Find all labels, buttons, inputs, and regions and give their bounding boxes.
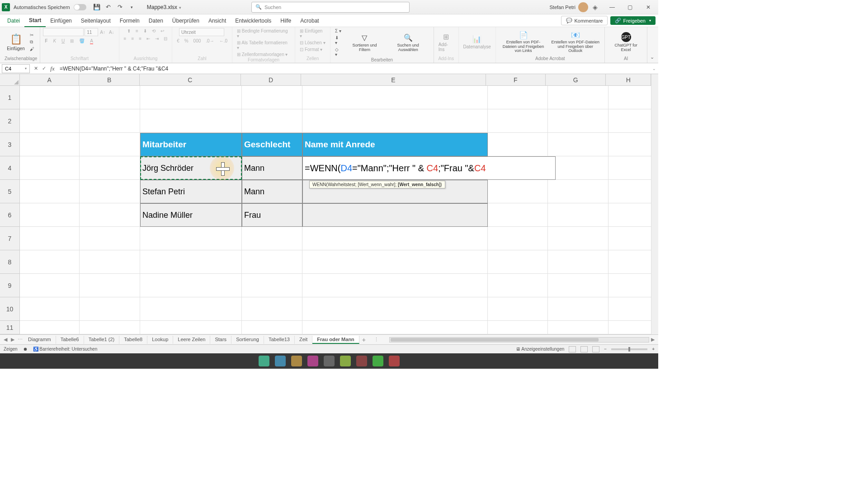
- cell-a1[interactable]: [20, 86, 80, 109]
- cell-f9[interactable]: [488, 274, 548, 297]
- cell-b9[interactable]: [80, 274, 140, 297]
- cell-f7[interactable]: [488, 227, 548, 250]
- cell-g10[interactable]: [548, 297, 609, 321]
- row-header-9[interactable]: 9: [0, 274, 20, 297]
- percent-icon[interactable]: %: [183, 38, 190, 44]
- sheet-tab-tabelle8[interactable]: Tabelle8: [119, 336, 147, 344]
- cell-b7[interactable]: [80, 227, 140, 250]
- row-header-10[interactable]: 10: [0, 297, 20, 321]
- format-cells-button[interactable]: ⊡ Format ▾: [298, 47, 324, 52]
- cell-d11[interactable]: [242, 321, 302, 334]
- sheet-nav-more-icon[interactable]: ⋯: [16, 337, 24, 343]
- format-as-table-button[interactable]: ⊞ Als Tabelle formatieren ▾: [235, 40, 292, 51]
- cell-a8[interactable]: [20, 250, 80, 274]
- row-header-4[interactable]: 4: [0, 156, 20, 180]
- align-right-icon[interactable]: ≡: [137, 36, 143, 42]
- cell-b8[interactable]: [80, 250, 140, 274]
- cell-d4[interactable]: Mann: [242, 156, 302, 180]
- sheet-tab-tabelle6[interactable]: Tabelle6: [56, 336, 84, 344]
- fill-icon[interactable]: ⬇ ▾: [333, 35, 344, 46]
- name-box[interactable]: C4▾: [2, 64, 30, 73]
- align-center-icon[interactable]: ≡: [129, 36, 136, 42]
- fill-color-icon[interactable]: 🪣: [77, 38, 86, 44]
- bold-icon[interactable]: F: [43, 38, 49, 44]
- cell-b2[interactable]: [80, 109, 140, 133]
- cell-a6[interactable]: [20, 203, 80, 227]
- conditional-formatting-button[interactable]: ⊞ Bedingte Formatierung ▾: [235, 28, 292, 39]
- autosum-icon[interactable]: Σ ▾: [333, 28, 344, 34]
- row-header-7[interactable]: 7: [0, 227, 20, 250]
- minimize-icon[interactable]: —: [604, 1, 620, 14]
- row-header-3[interactable]: 3: [0, 133, 20, 156]
- qat-more-icon[interactable]: ▾: [127, 2, 137, 12]
- cell-g9[interactable]: [548, 274, 609, 297]
- row-header-11[interactable]: 11: [0, 321, 20, 334]
- cell-d1[interactable]: [242, 86, 302, 109]
- tab-data[interactable]: Daten: [144, 14, 168, 27]
- pdf-share-outlook-button[interactable]: 📧Erstellen von PDF-Dateien und Freigeben…: [549, 30, 601, 55]
- cell-h8[interactable]: [609, 250, 654, 274]
- cell-e8[interactable]: [302, 250, 488, 274]
- header-name-anrede[interactable]: Name mit Anrede: [302, 133, 488, 156]
- cell-g5[interactable]: [548, 180, 609, 203]
- italic-icon[interactable]: K: [51, 38, 58, 44]
- cell-b3[interactable]: [80, 133, 140, 156]
- cell-g3[interactable]: [548, 133, 609, 156]
- find-select-button[interactable]: 🔍Suchen und Auswählen: [385, 33, 430, 53]
- tab-file[interactable]: Datei: [3, 14, 24, 27]
- cell-d10[interactable]: [242, 297, 302, 321]
- cell-f1[interactable]: [488, 86, 548, 109]
- redo-icon[interactable]: ↷: [115, 2, 125, 12]
- cell-e1[interactable]: [302, 86, 488, 109]
- cell-g6[interactable]: [548, 203, 609, 227]
- cancel-formula-icon[interactable]: ✕: [32, 66, 40, 71]
- cell-d7[interactable]: [242, 227, 302, 250]
- macro-record-icon[interactable]: ⏺: [23, 347, 28, 352]
- cell-e9[interactable]: [302, 274, 488, 297]
- cell-b5[interactable]: [80, 180, 140, 203]
- row-header-8[interactable]: 8: [0, 250, 20, 274]
- cell-b1[interactable]: [80, 86, 140, 109]
- cell-c8[interactable]: [140, 250, 242, 274]
- select-all-button[interactable]: [0, 74, 20, 86]
- copy-icon[interactable]: ⧉: [28, 39, 36, 45]
- cell-e2[interactable]: [302, 109, 488, 133]
- column-header-d[interactable]: D: [241, 74, 301, 86]
- currency-icon[interactable]: €: [175, 38, 181, 44]
- cut-icon[interactable]: ✂: [28, 32, 36, 38]
- enter-formula-icon[interactable]: ✓: [40, 66, 48, 71]
- cell-e11[interactable]: [302, 321, 488, 334]
- cell-styles-button[interactable]: ⊞ Zellenformatvorlagen ▾: [235, 52, 290, 57]
- cell-a2[interactable]: [20, 109, 80, 133]
- cell-h5[interactable]: [609, 180, 654, 203]
- cell-d9[interactable]: [242, 274, 302, 297]
- taskbar-icon[interactable]: [373, 356, 383, 366]
- cell-e4-editing[interactable]: =WENN(D4="Mann";"Herr " & C4;"Frau "&C4: [302, 156, 556, 180]
- tab-insert[interactable]: Einfügen: [46, 14, 76, 27]
- cell-h11[interactable]: [609, 321, 654, 334]
- indent-dec-icon[interactable]: ⇤: [145, 36, 152, 42]
- decrease-font-icon[interactable]: A↓: [107, 29, 116, 35]
- comments-button[interactable]: 💬 Kommentare: [561, 16, 608, 25]
- cell-d6[interactable]: Frau: [242, 203, 302, 227]
- merge-icon[interactable]: ⊟: [162, 36, 169, 42]
- autosave-toggle[interactable]: [74, 4, 86, 10]
- cell-f3[interactable]: [488, 133, 548, 156]
- column-header-a[interactable]: A: [20, 74, 79, 86]
- sheet-nav-prev-icon[interactable]: ◀: [2, 337, 9, 343]
- format-painter-icon[interactable]: 🖌: [28, 46, 36, 52]
- insert-cells-button[interactable]: ⊞ Einfügen ▾: [298, 28, 327, 39]
- cell-a3[interactable]: [20, 133, 80, 156]
- taskbar-icon[interactable]: [340, 356, 351, 366]
- font-size-input[interactable]: [85, 28, 98, 36]
- sheet-tab-leere-zeilen[interactable]: Leere Zeilen: [173, 336, 210, 344]
- filename-label[interactable]: Mappe3.xlsx▾: [147, 4, 181, 10]
- cell-c11[interactable]: [140, 321, 242, 334]
- view-normal-icon[interactable]: [569, 346, 576, 352]
- sheet-tab-frau-oder-mann[interactable]: Frau oder Mann: [312, 336, 359, 344]
- cell-d5[interactable]: Mann: [242, 180, 302, 203]
- data-analysis-button[interactable]: 📊Datenanalyse: [462, 34, 493, 50]
- cell-h2[interactable]: [609, 109, 654, 133]
- zoom-in-icon[interactable]: +: [652, 347, 655, 352]
- save-icon[interactable]: 💾: [92, 2, 102, 12]
